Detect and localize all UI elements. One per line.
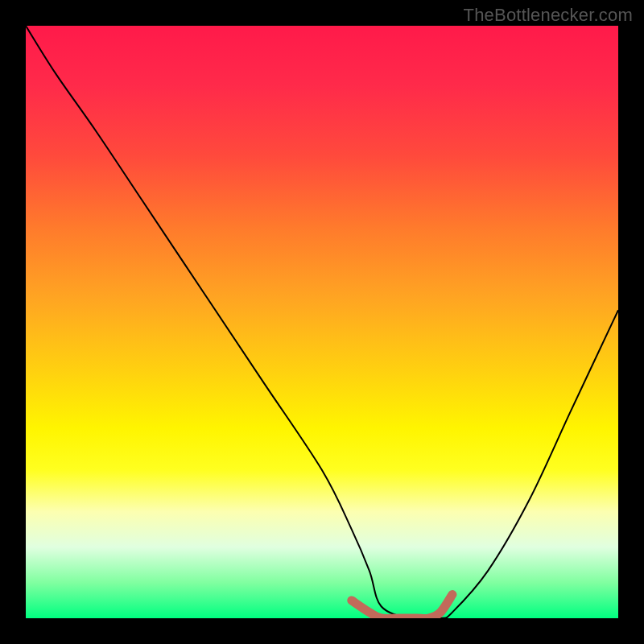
- optimal-zone-highlight: [352, 595, 452, 618]
- chart-container: TheBottlenecker.com: [0, 0, 644, 644]
- bottleneck-curve: [26, 26, 618, 618]
- plot-area: [26, 26, 618, 618]
- watermark-text: TheBottlenecker.com: [464, 5, 633, 26]
- chart-svg: [26, 26, 618, 618]
